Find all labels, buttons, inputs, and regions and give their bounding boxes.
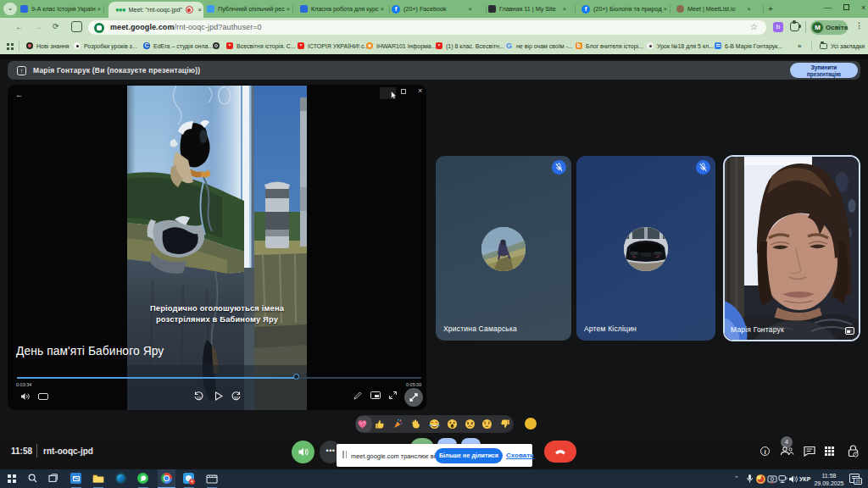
- svg-text:30: 30: [234, 396, 239, 401]
- svg-text:10: 10: [197, 396, 202, 401]
